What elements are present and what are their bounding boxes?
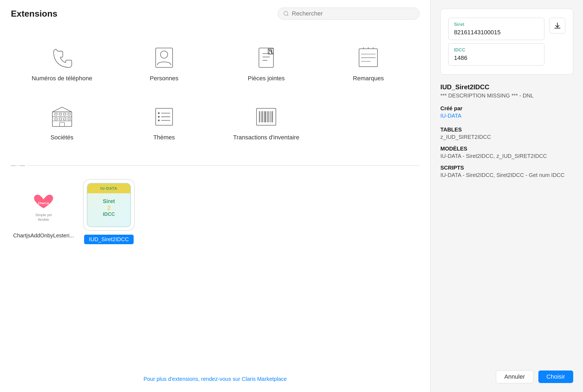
extension-label-companies: Sociétés xyxy=(50,134,73,141)
divider-section: —··— xyxy=(0,163,430,168)
models-label: MODÈLES xyxy=(440,146,573,152)
list-icon xyxy=(151,105,178,129)
person-icon xyxy=(151,45,178,70)
siret-label: Siret xyxy=(454,22,539,27)
addons-section: Chart.js Simple yetflexible ChartjsAddOn… xyxy=(0,171,430,252)
extension-item-attachments[interactable]: Pièces jointes xyxy=(215,33,317,92)
siret2idcc-inner-icon: IU-DATA Siret 2 IDCC xyxy=(87,183,131,227)
extension-item-notes[interactable]: Remarques xyxy=(317,33,419,92)
models-value: IU-DATA - Siret2IDCC, z_IUD_SIRET2IDCC xyxy=(440,153,573,159)
siret-value: 82161143100015 xyxy=(454,29,539,36)
extension-label-themes: Thèmes xyxy=(153,134,175,141)
svg-point-33 xyxy=(158,120,159,121)
svg-rect-26 xyxy=(60,122,65,126)
extension-label-attachments: Pièces jointes xyxy=(248,75,285,82)
svg-marker-27 xyxy=(52,107,72,112)
siret2idcc-icon-wrapper: IU-DATA Siret 2 IDCC xyxy=(83,179,135,231)
search-icon xyxy=(283,11,289,17)
cancel-button[interactable]: Annuler xyxy=(496,370,533,383)
barcode-icon xyxy=(253,105,280,129)
svg-rect-22 xyxy=(55,118,57,120)
chartjs-logo: Chart.js Simple yetflexible xyxy=(30,191,57,222)
svg-point-0 xyxy=(284,11,288,16)
siret-icon-idcc: IDCC xyxy=(103,212,115,217)
addon-item-chartjs[interactable]: Chart.js Simple yetflexible ChartjsAddOn… xyxy=(16,185,71,239)
preview-siret-row: Siret 82161143100015 xyxy=(448,18,565,40)
siret-icon-siret: Siret xyxy=(103,198,115,204)
extension-item-phone[interactable]: Numéros de téléphone xyxy=(11,33,113,92)
addon-detail-name: IUD_Siret2IDCC xyxy=(440,83,573,91)
svg-text:Chart.js: Chart.js xyxy=(38,201,49,205)
download-button[interactable] xyxy=(550,18,565,33)
created-by-label: Créé par xyxy=(440,105,573,112)
svg-rect-23 xyxy=(59,118,62,120)
preview-idcc-field: IDCC 1486 xyxy=(448,43,544,66)
search-input[interactable] xyxy=(292,10,414,17)
right-panel: Siret 82161143100015 IDCC 1486 IUD_Siret… xyxy=(431,0,583,392)
svg-rect-25 xyxy=(68,118,70,120)
svg-rect-21 xyxy=(68,113,70,115)
tables-value: z_IUD_SIRET2IDCC xyxy=(440,134,573,140)
footer-marketplace-link[interactable]: Pour plus d'extensions, rendez-vous sur … xyxy=(0,370,430,392)
preview-siret-field: Siret 82161143100015 xyxy=(448,18,544,40)
svg-point-29 xyxy=(158,112,159,114)
preview-card: Siret 82161143100015 IDCC 1486 xyxy=(440,9,573,75)
download-icon xyxy=(554,22,561,29)
divider-line xyxy=(28,165,419,166)
divider-dots: —··— xyxy=(11,163,26,168)
button-row: Annuler Choisir xyxy=(440,359,573,383)
addon-detail-description: *** DESCRIPTION MISSING *** - DNL xyxy=(440,93,573,99)
extension-label-phone: Numéros de téléphone xyxy=(32,75,92,82)
paperclip-icon xyxy=(253,45,280,70)
svg-line-1 xyxy=(287,15,288,16)
extension-label-notes: Remarques xyxy=(353,75,384,82)
scripts-value: IU-DATA - Siret2IDCC, Siret2IDCC - Get n… xyxy=(440,172,573,178)
extension-item-companies[interactable]: Sociétés xyxy=(11,92,113,151)
extension-label-inventory: Transactions d'inventaire xyxy=(233,134,299,141)
svg-rect-24 xyxy=(63,118,66,120)
svg-rect-15 xyxy=(52,112,72,126)
siret-icon-header: IU-DATA xyxy=(87,183,130,193)
page-title: Extensions xyxy=(11,9,57,19)
extension-item-persons[interactable]: Personnes xyxy=(113,33,215,92)
svg-rect-19 xyxy=(59,113,62,115)
notepad-icon xyxy=(355,45,382,70)
created-by-value[interactable]: IU-DATA xyxy=(440,113,573,119)
scripts-label: SCRIPTS xyxy=(440,165,573,171)
phone-icon xyxy=(48,45,76,70)
chartjs-icon-wrapper: Chart.js Simple yetflexible xyxy=(22,185,65,228)
addon-item-siret2idcc[interactable]: IU-DATA Siret 2 IDCC IUD_Siret2IDCC xyxy=(82,179,136,244)
svg-point-3 xyxy=(161,51,168,58)
header: Extensions xyxy=(0,0,430,25)
building-icon xyxy=(48,105,76,129)
addon-selected-label: IUD_Siret2IDCC xyxy=(89,236,129,242)
choose-button[interactable]: Choisir xyxy=(538,370,573,383)
siret-icon-body: Siret 2 IDCC xyxy=(103,198,115,217)
left-panel: Extensions Numéros de téléphone xyxy=(0,0,431,392)
svg-rect-18 xyxy=(55,113,57,115)
extensions-grid: Numéros de téléphone Personnes xyxy=(0,25,430,160)
addon-label-chartjs: ChartjsAddOnbyLesteri... xyxy=(13,232,74,239)
tables-label: TABLES xyxy=(440,127,573,133)
idcc-label: IDCC xyxy=(454,47,539,53)
search-bar[interactable] xyxy=(278,8,419,20)
svg-point-31 xyxy=(158,116,159,117)
siret-icon-header-text: IU-DATA xyxy=(100,186,117,191)
extension-item-themes[interactable]: Thèmes xyxy=(113,92,215,151)
addon-selected-label-wrapper: IUD_Siret2IDCC xyxy=(84,235,134,244)
extension-label-persons: Personnes xyxy=(150,75,178,82)
siret-icon-num: 2 xyxy=(107,204,111,212)
idcc-value: 1486 xyxy=(454,54,539,62)
extension-item-inventory[interactable]: Transactions d'inventaire xyxy=(215,92,317,151)
svg-rect-20 xyxy=(63,113,66,115)
